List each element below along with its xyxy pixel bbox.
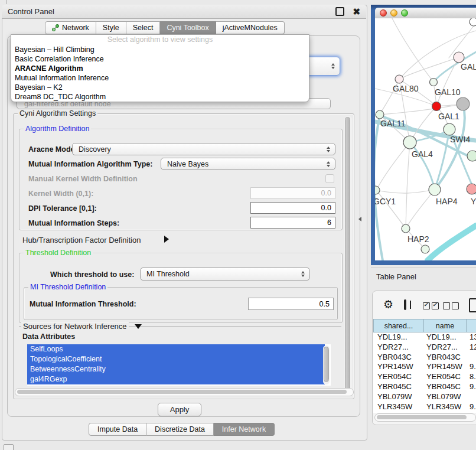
attributes-scrollbar-thumb[interactable]	[324, 347, 329, 382]
table-cell[interactable]: YER054C	[373, 372, 424, 382]
tab-discretize-data[interactable]: Discretize Data	[146, 423, 214, 436]
table-cell[interactable]: YDR27...	[424, 343, 467, 353]
tab-infer-network[interactable]: Infer Network	[214, 423, 275, 436]
network-node[interactable]	[454, 52, 464, 63]
network-edge[interactable]	[376, 190, 435, 193]
attributes-scrollbar[interactable]	[323, 345, 330, 384]
algorithm-option[interactable]: Dream8 DC_TDC Algorithm	[11, 92, 309, 102]
data-attributes-list[interactable]: SelfLoopsTopologicalCoefficientBetweenne…	[27, 344, 331, 386]
aracne-mode-combobox[interactable]: Discovery	[72, 143, 335, 155]
table-cell[interactable]: YIL052C	[424, 412, 467, 413]
network-graph[interactable]: GALGAL80GAL10GAL1GAL11SWI4GAL4GCY1HAP4YH…	[375, 18, 476, 260]
table-row[interactable]: YPR145WYPR145W9.	[373, 362, 476, 372]
network-node[interactable]	[395, 75, 403, 83]
table-cell[interactable]: 12	[467, 343, 476, 353]
settings-scrollbar[interactable]	[344, 116, 352, 396]
network-node[interactable]	[421, 245, 429, 253]
close-icon[interactable]: ✖	[353, 8, 360, 15]
column-header-name[interactable]: name	[424, 319, 467, 332]
algorithm-option[interactable]: Basic Correlation Inference	[11, 54, 309, 64]
split-columns-icon[interactable]	[404, 299, 406, 310]
dpi-tolerance-input[interactable]	[250, 202, 335, 214]
close-traffic-light-icon[interactable]	[380, 9, 387, 17]
attribute-item[interactable]: gal4RGexp	[27, 374, 325, 384]
network-node[interactable]	[432, 102, 441, 111]
settings-hscrollbar-thumb[interactable]	[17, 390, 347, 394]
settings-scrollbar-thumb[interactable]	[345, 117, 350, 393]
table-row[interactable]: YLR345WYLR345W9.	[373, 402, 476, 412]
network-edge[interactable]	[376, 142, 410, 190]
table-row[interactable]: YBL079WYBL079W	[373, 392, 476, 402]
tab-impute-data[interactable]: Impute Data	[89, 423, 146, 436]
table-cell[interactable]: YDL19...	[373, 332, 424, 343]
network-edge[interactable]	[406, 190, 435, 229]
export-table-icon[interactable]	[469, 298, 476, 312]
table-row[interactable]: YDR27...YDR27...12	[373, 343, 476, 353]
mi-steps-input[interactable]	[250, 217, 335, 229]
gear-icon[interactable]: ⚙	[383, 299, 393, 311]
table-hscrollbar[interactable]	[374, 413, 476, 422]
column-header-partial[interactable]	[467, 319, 476, 332]
select-all-columns-icon[interactable]	[423, 302, 441, 311]
mutual-information-threshold-input[interactable]	[248, 298, 334, 310]
tab-jactivemnodules[interactable]: jActiveMNodules	[216, 21, 285, 34]
network-node[interactable]	[470, 18, 476, 26]
attribute-item[interactable]: SelfLoops	[27, 344, 325, 354]
table-row[interactable]: YBR043CYBR043C	[373, 353, 476, 363]
algorithm-option[interactable]: Bayesian – Hill Climbing	[11, 45, 309, 54]
table-hscrollbar-thumb[interactable]	[377, 415, 467, 419]
table-cell[interactable]: YDR27...	[373, 343, 424, 353]
table-cell[interactable]	[467, 392, 476, 402]
minimize-traffic-light-icon[interactable]	[390, 9, 397, 17]
apply-button[interactable]: Apply	[158, 403, 201, 416]
network-node[interactable]	[467, 151, 476, 161]
algorithm-option[interactable]: Bayesian – K2	[11, 83, 309, 92]
tab-cyni-toolbox[interactable]: Cyni Toolbox	[160, 21, 216, 34]
network-node[interactable]	[467, 184, 476, 194]
splitpane-collapse-icon[interactable]	[358, 217, 361, 221]
network-node[interactable]	[429, 184, 441, 195]
table-cell[interactable]	[467, 353, 476, 363]
table-row[interactable]: YIL052CYIL052C9.	[373, 412, 476, 413]
table-cell[interactable]: YDL19...	[424, 332, 467, 343]
network-node[interactable]	[376, 110, 384, 119]
table-cell[interactable]: YIL052C	[373, 412, 424, 413]
network-node[interactable]	[457, 97, 470, 110]
table-cell[interactable]: YBR043C	[424, 353, 467, 363]
table-cell[interactable]: 9.	[467, 382, 476, 392]
attribute-item[interactable]: BetweennessCentrality	[27, 364, 325, 374]
minimized-panel-icon[interactable]	[4, 444, 14, 450]
network-node[interactable]	[402, 224, 410, 233]
expand-triangle-icon[interactable]	[164, 236, 169, 243]
network-canvas[interactable]: GALGAL80GAL10GAL1GAL11SWI4GAL4GCY1HAP4YH…	[375, 18, 476, 260]
network-node[interactable]	[430, 79, 438, 86]
mi-algorithm-type-combobox[interactable]: Naive Bayes	[161, 158, 335, 170]
table-cell[interactable]: 13	[467, 332, 476, 343]
network-node[interactable]	[375, 186, 380, 194]
manual-kernel-checkbox[interactable]	[325, 174, 334, 183]
table-cell[interactable]: YLR345W	[424, 402, 467, 412]
table-cell[interactable]: YBR045C	[373, 382, 424, 392]
table-cell[interactable]: 8.	[467, 372, 476, 382]
collapse-triangle-icon[interactable]	[135, 324, 142, 329]
table-body[interactable]: YDL19...YDL19...13YDR27...YDR27...12YBR0…	[373, 332, 476, 413]
deselect-all-columns-icon[interactable]	[443, 302, 461, 311]
algorithm-option[interactable]: Mutual Information Inference	[11, 73, 309, 83]
network-edge[interactable]	[392, 18, 433, 82]
table-row[interactable]: YDL19...YDL19...13	[373, 332, 476, 343]
network-node[interactable]	[403, 136, 416, 149]
zoom-traffic-light-icon[interactable]	[401, 9, 408, 17]
table-cell[interactable]: 9.	[467, 402, 476, 412]
network-node[interactable]	[444, 123, 455, 135]
float-window-icon[interactable]	[335, 7, 344, 16]
table-cell[interactable]: YBL079W	[373, 392, 424, 402]
algorithm-option[interactable]: ARACNE Algorithm	[11, 64, 309, 73]
table-row[interactable]: YER054CYER054C8.	[373, 372, 476, 382]
table-cell[interactable]: YBL079W	[424, 392, 467, 402]
attribute-item[interactable]: TopologicalCoefficient	[27, 354, 325, 364]
table-cell[interactable]: YER054C	[424, 372, 467, 382]
network-window-titlebar[interactable]	[375, 8, 476, 19]
table-cell[interactable]: YLR345W	[373, 402, 424, 412]
table-cell[interactable]: YBR045C	[424, 382, 467, 392]
column-header-shared-name[interactable]: shared...	[373, 319, 424, 332]
